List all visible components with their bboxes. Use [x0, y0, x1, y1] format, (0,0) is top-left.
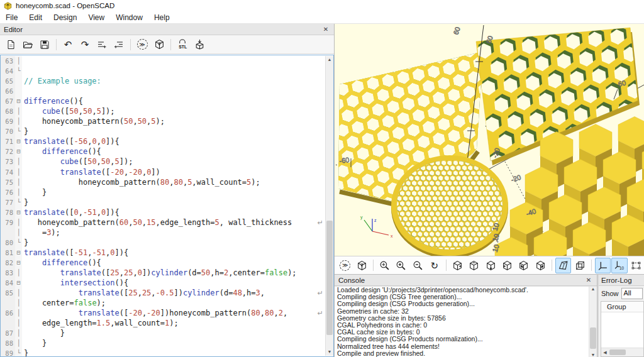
errorlog-column-group[interactable]: Group — [601, 302, 643, 312]
view-left-button[interactable] — [499, 258, 515, 273]
svg-text:10: 10 — [619, 266, 625, 270]
show-axes-button[interactable] — [595, 258, 611, 273]
view-front-button[interactable] — [516, 258, 531, 273]
reset-view-button[interactable]: ↻ — [426, 258, 442, 273]
scroll-left-icon[interactable]: ◀ — [601, 350, 609, 355]
code-line[interactable]: 70└} — [1, 126, 325, 136]
code-line[interactable]: 81⊟translate([-51,-51,0]){ — [1, 248, 325, 258]
code-line[interactable]: 87│ } — [1, 328, 325, 338]
code-line[interactable]: 63│ — [1, 56, 325, 66]
code-line[interactable]: 79│ honeycomb_pattern(60,50,15,edge_leng… — [1, 217, 325, 228]
render-button-viewport[interactable] — [353, 258, 369, 273]
menu-edit[interactable]: Edit — [23, 12, 48, 23]
errorlog-hscrollbar[interactable]: ◀ — [601, 348, 643, 356]
toolbar-separator — [130, 39, 131, 50]
console-scrollbar[interactable]: ▲ ▼ — [589, 287, 597, 357]
fold-marker[interactable]: ⊟ — [15, 207, 22, 217]
undo-button[interactable]: ↶ — [60, 36, 76, 52]
editor-scrollbar-thumb[interactable] — [326, 221, 333, 334]
zoom-out-button[interactable] — [410, 258, 426, 273]
code-line[interactable]: 89└} — [1, 348, 325, 357]
editor-scrollbar[interactable]: ▲ ▼ — [325, 56, 333, 356]
code-line[interactable]: 72⊟ difference(){ — [1, 146, 325, 157]
code-line[interactable]: 76│ } — [1, 187, 325, 197]
viewport-toolbar: ≫ ↻ 10 — [335, 256, 644, 275]
menu-design[interactable]: Design — [48, 12, 82, 23]
unindent-button[interactable] — [94, 36, 110, 52]
code-line[interactable]: 73│ cube([50,50,5]); — [1, 157, 325, 167]
show-scale-markers-button[interactable]: 10 — [611, 258, 627, 273]
console-output: Loaded design 'U:/projects/3dprinter/ope… — [335, 286, 597, 357]
code-line[interactable]: │ center=false); — [1, 298, 325, 308]
zoom-in-button[interactable] — [393, 258, 409, 273]
code-line[interactable]: 64└ — [1, 66, 325, 76]
view-top-button[interactable] — [466, 258, 482, 273]
save-button[interactable] — [36, 36, 53, 52]
errorlog-hscrollbar-thumb[interactable] — [609, 349, 626, 355]
fold-marker[interactable]: ⊟ — [15, 248, 22, 258]
code-line[interactable]: 83│ translate([25,25,0])cylinder(d=50,h=… — [1, 268, 325, 278]
code-line[interactable]: 77└} — [1, 197, 325, 207]
fold-marker[interactable]: ⊟ — [15, 96, 22, 106]
view-bottom-button[interactable] — [482, 258, 498, 273]
code-line[interactable]: 71⊟translate([-56,0,0]){ — [1, 136, 325, 146]
menu-window[interactable]: Window — [110, 12, 148, 23]
zoom-out-icon — [413, 260, 423, 271]
menu-file[interactable]: File — [0, 12, 23, 23]
code-line[interactable]: 75│ honeycomb_pattern(80,80,5,wall_count… — [1, 177, 325, 187]
code-line[interactable]: 82⊟ difference(){ — [1, 258, 325, 268]
editor-close-button[interactable]: ✕ — [321, 26, 330, 33]
scroll-down-icon[interactable]: ▼ — [589, 353, 597, 357]
code-line[interactable]: 86│ translate([-20,-20])honeycomb_patter… — [1, 308, 325, 318]
line-number: 88 — [1, 338, 15, 348]
new-file-button[interactable] — [3, 36, 19, 52]
code-line[interactable]: 78⊟translate([0,-51,0]){ — [1, 207, 325, 217]
3d-viewport[interactable]: 606060-60-20-20-40101010xyz — [335, 24, 644, 256]
view-all-button[interactable] — [628, 258, 644, 273]
fold-marker — [15, 76, 22, 86]
menu-view[interactable]: View — [82, 12, 110, 23]
code-editor[interactable]: 63│64└65// Example usage:6667⊟difference… — [0, 55, 334, 357]
scroll-up-icon[interactable]: ▲ — [589, 287, 597, 291]
print-3d-button[interactable] — [191, 36, 208, 52]
orthogonal-button[interactable] — [572, 258, 587, 273]
fold-marker[interactable]: ⊟ — [15, 278, 22, 288]
errorlog-filter-dropdown[interactable]: All — [621, 288, 643, 299]
code-text: } — [22, 238, 28, 248]
code-line[interactable]: 88│ } — [1, 338, 325, 348]
perspective-button[interactable] — [555, 258, 571, 273]
code-line[interactable]: 74│ translate([-20,-20,0]) — [1, 167, 325, 177]
code-line[interactable]: │ =3); — [1, 228, 325, 238]
zoom-all-button[interactable] — [377, 258, 392, 273]
scroll-up-icon[interactable]: ▲ — [326, 56, 333, 63]
code-line[interactable]: 67⊟difference(){ — [1, 96, 325, 106]
menu-help[interactable]: Help — [148, 12, 175, 23]
open-file-button[interactable] — [19, 36, 36, 52]
toolbar-separator — [591, 260, 592, 271]
preview-button-viewport[interactable]: ≫ — [337, 258, 353, 273]
fold-marker[interactable]: ⊟ — [15, 146, 22, 157]
code-text: } — [22, 328, 65, 338]
code-line[interactable]: 68│ cube([50,50,5]); — [1, 106, 325, 116]
console-scrollbar-thumb[interactable] — [590, 327, 596, 349]
console-close-button[interactable]: ✕ — [584, 277, 593, 283]
render-button[interactable] — [151, 36, 167, 52]
code-line[interactable]: 69│ honeycomb_pattern(50,50,5); — [1, 116, 325, 126]
code-line[interactable]: 65// Example usage: — [1, 76, 325, 86]
view-right-button[interactable] — [449, 258, 465, 273]
line-number — [1, 298, 15, 308]
view-back-button[interactable] — [533, 258, 548, 273]
code-line[interactable]: 66 — [1, 86, 325, 96]
code-line[interactable]: 84⊟ intersection(){ — [1, 278, 325, 288]
fold-marker[interactable]: ⊟ — [15, 136, 22, 146]
fold-marker[interactable]: ⊟ — [15, 258, 22, 268]
scroll-down-icon[interactable]: ▼ — [326, 348, 333, 356]
code-line[interactable]: 85│ translate([25,25,-0.5])cylinder(d=48… — [1, 288, 325, 298]
code-line[interactable]: 80└} — [1, 238, 325, 248]
preview-button[interactable]: ≫ — [134, 36, 150, 52]
code-line[interactable]: │ edge_length=1.5,wall_count=1); — [1, 318, 325, 328]
export-stl-button[interactable]: STL — [174, 36, 191, 52]
window-title: honeycomb.scad - OpenSCAD — [16, 2, 114, 9]
redo-button[interactable]: ↷ — [77, 36, 93, 52]
indent-button[interactable] — [111, 36, 127, 52]
